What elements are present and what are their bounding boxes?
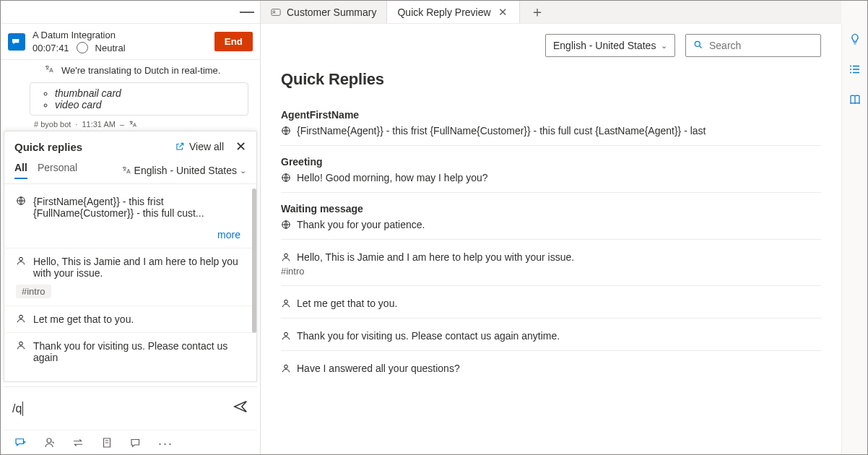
person-icon bbox=[281, 252, 291, 262]
group-body: Have I answered all your questions? bbox=[297, 363, 460, 374]
more-link[interactable]: more bbox=[16, 229, 245, 240]
group-body: {FirstName{Agent}} - this frist {FullNam… bbox=[297, 125, 706, 136]
language-select[interactable]: English - United States ⌄ bbox=[545, 34, 675, 57]
svg-point-8 bbox=[19, 342, 23, 345]
quick-reply-icon[interactable] bbox=[14, 436, 27, 449]
qr-tabs: All Personal bbox=[14, 162, 77, 179]
compose-toolbar: ··· bbox=[4, 430, 257, 454]
group-body: Let me get that to you. bbox=[297, 298, 397, 309]
dash: – bbox=[120, 120, 124, 129]
group-title: Waiting message bbox=[281, 203, 821, 214]
stamp-time: 11:31 AM bbox=[82, 120, 115, 129]
svg-point-3 bbox=[850, 69, 851, 70]
tab-all[interactable]: All bbox=[14, 162, 27, 179]
person-card-icon bbox=[271, 7, 281, 17]
qr-text: {FirstName{Agent}} - this frist {FullNam… bbox=[33, 196, 245, 219]
svg-point-17 bbox=[285, 365, 288, 368]
svg-point-10 bbox=[695, 41, 700, 46]
translation-banner: We're translating to Dutch in real-time. bbox=[1, 60, 260, 81]
qr-text: Hello, This is Jamie and I am here to he… bbox=[33, 256, 245, 279]
person-icon bbox=[281, 331, 291, 341]
session-title: A Datum Integration bbox=[32, 30, 207, 40]
scrollbar[interactable] bbox=[252, 188, 256, 333]
channel-icon bbox=[8, 33, 25, 51]
panel-header bbox=[1, 1, 260, 24]
text-cursor bbox=[22, 402, 23, 416]
lightbulb-icon[interactable] bbox=[849, 32, 862, 46]
svg-point-9 bbox=[47, 438, 51, 443]
tabstrip: Customer Summary Quick Reply Preview ✕ ＋ bbox=[261, 1, 841, 24]
qr-tag: #intro bbox=[16, 285, 51, 298]
message-compose[interactable]: /q bbox=[4, 386, 257, 430]
search-box[interactable] bbox=[685, 34, 821, 57]
search-input[interactable] bbox=[709, 40, 813, 51]
agent-consult-icon[interactable] bbox=[43, 436, 56, 449]
quick-replies-panel: Quick replies View all ✕ All Personal En… bbox=[4, 131, 257, 382]
globe-icon bbox=[281, 173, 291, 183]
group-body: Hello, This is Jamie and I am here to he… bbox=[297, 251, 574, 263]
language-label: English - United States bbox=[134, 165, 237, 176]
qr-item[interactable]: {FirstName{Agent}} - this frist {FullNam… bbox=[6, 188, 255, 248]
tab-quick-reply-preview[interactable]: Quick Reply Preview ✕ bbox=[387, 1, 519, 23]
qr-text: Thank you for visiting us. Please contac… bbox=[33, 340, 245, 363]
card-item: video card bbox=[55, 99, 238, 110]
globe-icon bbox=[281, 220, 291, 230]
translate-icon bbox=[121, 165, 131, 176]
new-tab-button[interactable]: ＋ bbox=[520, 1, 555, 23]
close-icon[interactable]: ✕ bbox=[235, 139, 246, 155]
note-icon[interactable] bbox=[100, 436, 113, 449]
list-icon[interactable] bbox=[849, 63, 862, 76]
tab-label: Quick Reply Preview bbox=[397, 6, 490, 18]
translate-icon bbox=[44, 64, 54, 77]
close-icon[interactable]: ✕ bbox=[497, 6, 509, 19]
chevron-down-icon: ⌄ bbox=[240, 166, 246, 176]
globe-icon bbox=[16, 196, 26, 206]
right-rail bbox=[841, 24, 867, 454]
conversation-panel: A Datum Integration 00:07:41 Neutral End… bbox=[1, 1, 261, 454]
svg-rect-0 bbox=[272, 9, 280, 15]
group-body: Thank you for visiting us. Please contac… bbox=[297, 330, 560, 342]
send-icon[interactable] bbox=[233, 399, 248, 418]
minimize-icon[interactable] bbox=[240, 12, 254, 13]
more-icon[interactable]: ··· bbox=[158, 436, 173, 449]
card-item: thumbnail card bbox=[55, 87, 238, 99]
group-sub: #intro bbox=[281, 266, 821, 282]
sentiment-icon bbox=[77, 42, 88, 53]
chevron-down-icon: ⌄ bbox=[661, 41, 667, 51]
svg-point-2 bbox=[850, 66, 851, 67]
language-value: English - United States bbox=[553, 40, 656, 51]
view-all-link[interactable]: View all bbox=[175, 141, 224, 152]
group-title: AgentFirstName bbox=[281, 109, 821, 121]
translation-text: We're translating to Dutch in real-time. bbox=[61, 65, 220, 76]
language-picker[interactable]: English - United States ⌄ bbox=[121, 165, 246, 176]
message-stamp: # byob bot · 11:31 AM – bbox=[30, 120, 248, 129]
transfer-icon[interactable] bbox=[71, 436, 84, 449]
group-body: Thank you for your patience. bbox=[297, 219, 425, 230]
group-title: Greeting bbox=[281, 156, 821, 168]
svg-point-7 bbox=[19, 315, 23, 318]
translate-icon bbox=[129, 120, 137, 129]
qr-item[interactable]: Let me get that to you. bbox=[6, 306, 255, 333]
person-icon bbox=[281, 298, 291, 308]
person-icon bbox=[16, 256, 26, 266]
globe-icon bbox=[281, 126, 291, 136]
session-timer: 00:07:41 bbox=[32, 43, 69, 53]
main-content: English - United States ⌄ Quick Replies … bbox=[261, 24, 841, 454]
qr-item[interactable]: Hello, This is Jamie and I am here to he… bbox=[6, 248, 255, 306]
hero-card: thumbnail card video card bbox=[30, 82, 248, 116]
tab-customer-summary[interactable]: Customer Summary bbox=[261, 1, 387, 23]
quick-replies-title: Quick replies bbox=[14, 141, 82, 153]
qr-text: Let me get that to you. bbox=[33, 313, 134, 325]
end-button[interactable]: End bbox=[214, 32, 253, 51]
group-body: Hello! Good morning, how may I help you? bbox=[297, 172, 488, 183]
knowledge-icon[interactable] bbox=[129, 436, 142, 449]
session-bar: A Datum Integration 00:07:41 Neutral End bbox=[1, 24, 260, 60]
qr-list: {FirstName{Agent}} - this frist {FullNam… bbox=[4, 184, 256, 381]
book-icon[interactable] bbox=[849, 93, 862, 106]
tab-label: Customer Summary bbox=[287, 6, 376, 18]
page-title: Quick Replies bbox=[281, 70, 821, 89]
tab-personal[interactable]: Personal bbox=[38, 162, 77, 179]
svg-point-15 bbox=[285, 300, 288, 303]
qr-item[interactable]: Thank you for visiting us. Please contac… bbox=[6, 333, 255, 370]
open-icon bbox=[175, 142, 185, 152]
